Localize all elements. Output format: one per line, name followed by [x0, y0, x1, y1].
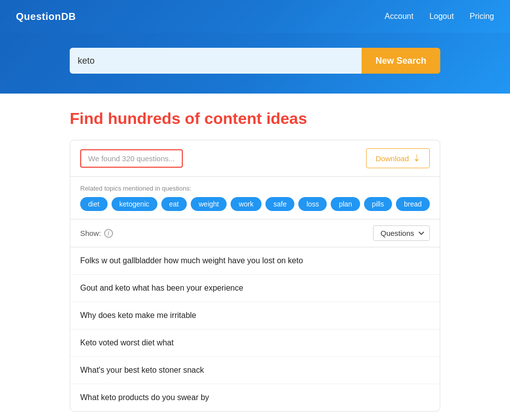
- question-item[interactable]: What keto products do you swear by: [70, 384, 440, 411]
- question-item[interactable]: Keto voted worst diet what: [70, 329, 440, 357]
- show-row: Show: i QuestionsTitles: [70, 219, 440, 247]
- topic-tag-eat[interactable]: eat: [161, 197, 187, 211]
- main-content: Find hundreds of content ideas We found …: [0, 94, 510, 420]
- new-search-button[interactable]: New Search: [362, 48, 440, 74]
- questions-list: Folks w out gallbladder how much weight …: [70, 247, 440, 411]
- search-input[interactable]: [70, 48, 362, 74]
- topic-tag-bread[interactable]: bread: [396, 197, 430, 211]
- topic-tag-ketogenic[interactable]: ketogenic: [112, 197, 157, 211]
- nav-pricing[interactable]: Pricing: [470, 12, 494, 21]
- related-topics: Related topics mentioned in questions: d…: [70, 177, 440, 219]
- headline: Find hundreds of content ideas: [70, 109, 440, 128]
- results-card: We found 320 questions... Download ⇣ Rel…: [70, 140, 440, 412]
- questions-count: We found 320 questions...: [80, 149, 183, 168]
- question-item[interactable]: Why does keto make me irritable: [70, 302, 440, 329]
- topic-tag-pills[interactable]: pills: [364, 197, 392, 211]
- question-item[interactable]: Gout and keto what has been your experie…: [70, 275, 440, 302]
- results-header: We found 320 questions... Download ⇣: [70, 140, 440, 177]
- question-item[interactable]: Folks w out gallbladder how much weight …: [70, 247, 440, 275]
- topic-tag-weight[interactable]: weight: [191, 197, 227, 211]
- show-select[interactable]: QuestionsTitles: [373, 225, 430, 241]
- download-label: Download: [376, 154, 409, 163]
- download-button[interactable]: Download ⇣: [366, 148, 430, 168]
- topic-tag-plan[interactable]: plan: [331, 197, 360, 211]
- topic-tag-loss[interactable]: loss: [298, 197, 327, 211]
- nav-account[interactable]: Account: [384, 12, 413, 21]
- topic-tag-safe[interactable]: safe: [265, 197, 294, 211]
- nav-logout[interactable]: Logout: [429, 12, 454, 21]
- topic-tag-diet[interactable]: diet: [80, 197, 108, 211]
- topic-tag-work[interactable]: work: [231, 197, 261, 211]
- question-item[interactable]: What's your best keto stoner snack: [70, 357, 440, 384]
- show-label: Show: i: [80, 229, 113, 238]
- header: QuestionDB Account Logout Pricing: [0, 0, 510, 33]
- header-nav: Account Logout Pricing: [384, 12, 494, 21]
- topics-list: dietketogeniceatweightworksafelossplanpi…: [80, 197, 430, 211]
- logo[interactable]: QuestionDB: [16, 11, 76, 22]
- related-label: Related topics mentioned in questions:: [80, 185, 430, 192]
- search-area: New Search: [0, 33, 510, 94]
- download-icon: ⇣: [413, 153, 420, 164]
- info-icon[interactable]: i: [104, 229, 113, 238]
